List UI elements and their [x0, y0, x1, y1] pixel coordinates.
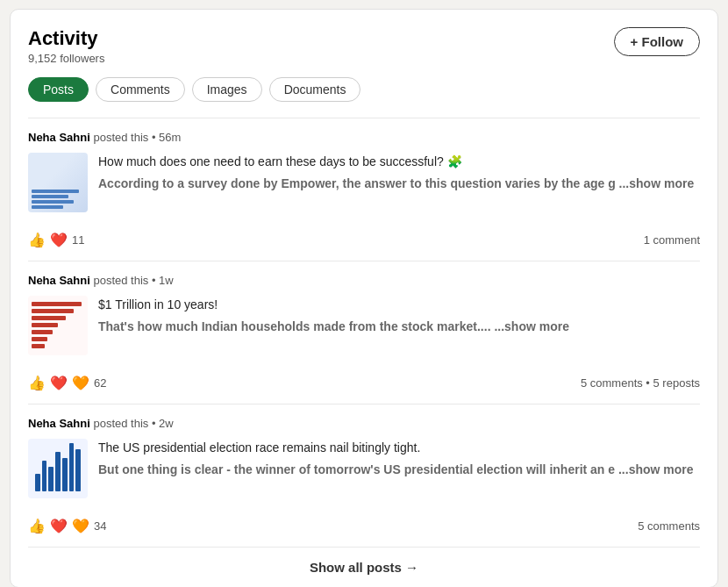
card-header: Activity 9,152 followers + Follow	[28, 27, 700, 65]
thumbnail-visual	[28, 296, 88, 355]
thumb-bar	[32, 190, 79, 193]
post-item: Neha Sahni posted this • 2w	[28, 404, 700, 547]
thumb-bar	[32, 309, 74, 313]
show-all-posts-button[interactable]: Show all posts →	[28, 547, 700, 587]
post-body-text: But one thing is clear - the winner of t…	[98, 461, 700, 479]
reaction-count: 34	[94, 519, 106, 533]
post-stats: 5 comments	[638, 519, 700, 533]
thumb-bar	[32, 316, 66, 320]
post-thumbnail	[28, 153, 88, 212]
tab-images[interactable]: Images	[192, 77, 262, 102]
post-stats: 1 comment	[644, 233, 700, 247]
post-body: How much does one need to earn these day…	[28, 153, 700, 212]
page-title: Activity	[28, 27, 104, 50]
thumb-bar	[48, 467, 54, 491]
post-time: 2w	[159, 417, 174, 430]
post-author: Neha Sahni	[28, 131, 90, 144]
tabs-bar: Posts Comments Images Documents	[28, 77, 700, 102]
post-item: Neha Sahni posted this • 56m How much do…	[28, 118, 700, 261]
post-footer: 👍 ❤️ 🧡 62 5 comments • 5 reposts	[28, 366, 700, 404]
thumb-bar	[32, 205, 63, 209]
post-text: $1 Trillion in 10 years! That's how much…	[98, 296, 700, 355]
post-author: Neha Sahni	[28, 417, 90, 430]
reaction-emoji-3: 🧡	[72, 518, 89, 534]
reaction-emoji-2: ❤️	[50, 232, 68, 248]
post-body: The US presidential election race remain…	[28, 439, 700, 498]
thumb-bar	[32, 344, 45, 348]
thumb-bar	[32, 323, 58, 327]
reaction-emoji-2: ❤️	[50, 518, 68, 534]
reaction-count: 62	[94, 376, 106, 390]
post-meta: Neha Sahni posted this • 56m	[28, 131, 700, 144]
post-item: Neha Sahni posted this • 1w $1 Trillion …	[28, 261, 700, 404]
post-headline: How much does one need to earn these day…	[98, 153, 700, 171]
post-headline: The US presidential election race remain…	[98, 439, 700, 457]
thumb-bar	[69, 443, 75, 491]
post-body-text: According to a survey done by Empower, t…	[98, 175, 700, 193]
post-action: posted this •	[93, 274, 159, 287]
thumb-bar	[32, 330, 53, 334]
thumb-bar	[55, 452, 61, 491]
bar-chart-visual	[32, 442, 84, 495]
title-block: Activity 9,152 followers	[28, 27, 104, 65]
post-footer: 👍 ❤️ 11 1 comment	[28, 223, 700, 261]
post-stats: 5 comments • 5 reposts	[581, 376, 700, 390]
activity-card: Activity 9,152 followers + Follow Posts …	[10, 9, 718, 587]
reaction-emoji-1: 👍	[28, 232, 46, 248]
thumbnail-visual	[28, 439, 88, 498]
post-time: 56m	[159, 131, 181, 144]
reactions: 👍 ❤️ 11	[28, 232, 84, 248]
thumbnail-visual	[28, 153, 88, 212]
thumb-bar	[35, 474, 40, 491]
reactions: 👍 ❤️ 🧡 34	[28, 518, 106, 534]
thumb-bar	[62, 458, 68, 491]
follow-button[interactable]: + Follow	[614, 27, 700, 56]
reaction-emoji-1: 👍	[28, 518, 46, 534]
thumb-bar	[32, 302, 82, 306]
show-more-link[interactable]: ...show more	[619, 176, 695, 190]
post-author: Neha Sahni	[28, 274, 90, 287]
reaction-emoji-2: ❤️	[50, 375, 68, 391]
post-thumbnail	[28, 439, 88, 498]
followers-count: 9,152 followers	[28, 52, 104, 65]
post-meta: Neha Sahni posted this • 2w	[28, 417, 700, 430]
post-footer: 👍 ❤️ 🧡 34 5 comments	[28, 509, 700, 547]
reaction-count: 11	[72, 233, 84, 247]
thumb-bar	[32, 337, 47, 341]
post-meta: Neha Sahni posted this • 1w	[28, 274, 700, 287]
post-action: posted this •	[93, 131, 159, 144]
tab-posts[interactable]: Posts	[28, 77, 89, 102]
show-more-link[interactable]: ...show more	[618, 462, 694, 476]
reaction-emoji-1: 👍	[28, 375, 46, 391]
thumb-bar	[32, 195, 68, 198]
post-text: The US presidential election race remain…	[98, 439, 700, 498]
show-more-link[interactable]: ...show more	[494, 319, 569, 333]
reactions: 👍 ❤️ 🧡 62	[28, 375, 106, 391]
reaction-emoji-3: 🧡	[72, 375, 89, 391]
thumb-bar	[32, 200, 74, 204]
post-headline: $1 Trillion in 10 years!	[98, 296, 700, 314]
thumb-bar	[75, 449, 81, 491]
post-time: 1w	[159, 274, 174, 287]
post-thumbnail	[28, 296, 88, 355]
thumb-bar	[42, 461, 47, 491]
post-text: How much does one need to earn these day…	[98, 153, 700, 212]
tab-comments[interactable]: Comments	[96, 77, 185, 102]
tab-documents[interactable]: Documents	[269, 77, 361, 102]
post-action: posted this •	[93, 417, 159, 430]
post-body: $1 Trillion in 10 years! That's how much…	[28, 296, 700, 355]
post-body-text: That's how much Indian households made f…	[98, 318, 700, 336]
